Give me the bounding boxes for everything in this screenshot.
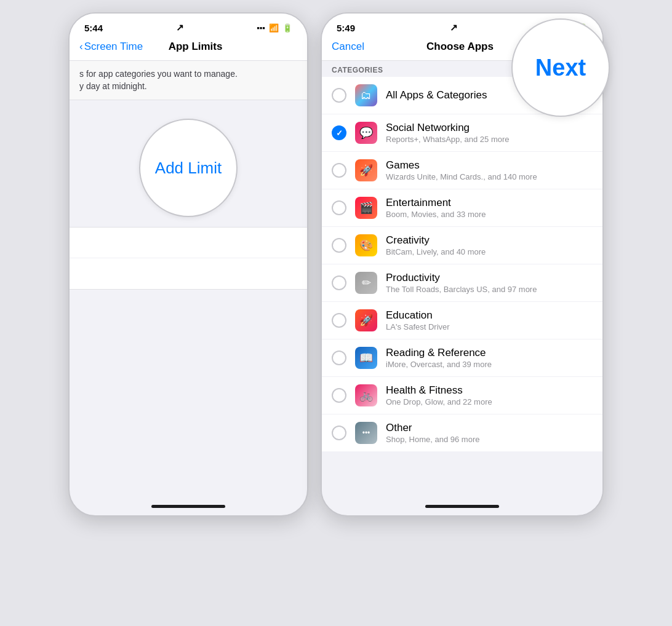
next-label: Next bbox=[535, 55, 586, 81]
wifi-icon: 📶 bbox=[269, 23, 279, 33]
info-banner: s for app categories you want to manage.… bbox=[70, 61, 307, 100]
name-productivity: Productivity bbox=[386, 272, 593, 284]
info-social: Social NetworkingReports+, WhatsApp, and… bbox=[386, 122, 593, 144]
radio-reading[interactable] bbox=[332, 351, 346, 365]
back-button[interactable]: ‹ Screen Time bbox=[79, 41, 143, 53]
subtitle-entertainment: Boom, Movies, and 33 more bbox=[386, 210, 593, 219]
icon-entertainment: 🎬 bbox=[355, 197, 377, 219]
subtitle-social: Reports+, WhatsApp, and 25 more bbox=[386, 135, 593, 144]
location-icon-right: ↗ bbox=[450, 22, 458, 33]
subtitle-reading: iMore, Overcast, and 39 more bbox=[386, 360, 593, 369]
info-other: OtherShop, Home, and 96 more bbox=[386, 422, 593, 444]
home-bar-left bbox=[151, 505, 225, 508]
radio-social[interactable] bbox=[332, 125, 346, 140]
name-reading: Reading & Reference bbox=[386, 347, 593, 359]
category-item-education[interactable]: 🚀EducationLA's Safest Driver bbox=[322, 302, 602, 339]
category-item-entertainment[interactable]: 🎬EntertainmentBoom, Movies, and 33 more bbox=[322, 189, 602, 227]
info-productivity: ProductivityThe Toll Roads, Barclays US,… bbox=[386, 272, 593, 294]
radio-all[interactable] bbox=[332, 88, 346, 103]
status-bar-left: 5:44 ↗ ▪▪▪ 📶 🔋 bbox=[70, 14, 307, 36]
banner-line1: s for app categories you want to manage. bbox=[79, 69, 238, 79]
subtitle-games: Wizards Unite, Mind Cards., and 140 more bbox=[386, 172, 593, 181]
info-education: EducationLA's Safest Driver bbox=[386, 309, 593, 331]
left-phone: 5:44 ↗ ▪▪▪ 📶 🔋 ‹ Screen Time App Limits … bbox=[68, 12, 308, 517]
cancel-button[interactable]: Cancel bbox=[332, 41, 364, 53]
radio-productivity[interactable] bbox=[332, 275, 346, 290]
category-item-reading[interactable]: 📖Reading & ReferenceiMore, Overcast, and… bbox=[322, 339, 602, 377]
category-item-social[interactable]: 💬Social NetworkingReports+, WhatsApp, an… bbox=[322, 114, 602, 152]
add-limit-label: Add Limit bbox=[155, 159, 222, 178]
battery-icon: 🔋 bbox=[282, 23, 292, 33]
category-item-other[interactable]: •••OtherShop, Home, and 96 more bbox=[322, 414, 602, 451]
nav-title-left: App Limits bbox=[169, 41, 223, 53]
radio-other[interactable] bbox=[332, 426, 346, 440]
subtitle-productivity: The Toll Roads, Barclays US, and 97 more bbox=[386, 285, 593, 294]
back-label: Screen Time bbox=[84, 41, 143, 53]
icon-creativity: 🎨 bbox=[355, 234, 377, 256]
app-limits-list bbox=[70, 227, 307, 290]
content-area-right: CATEGORIES 🗂All Apps & Categories💬Social… bbox=[322, 61, 602, 475]
home-bar-right bbox=[425, 505, 499, 508]
name-health: Health & Fitness bbox=[386, 384, 593, 397]
radio-creativity[interactable] bbox=[332, 238, 346, 253]
info-reading: Reading & ReferenceiMore, Overcast, and … bbox=[386, 347, 593, 369]
icon-education: 🚀 bbox=[355, 309, 377, 331]
chevron-left-icon: ‹ bbox=[79, 41, 83, 53]
banner-line2: y day at midnight. bbox=[79, 81, 147, 91]
home-indicator-left bbox=[70, 500, 307, 515]
right-phone-wrapper: Next 5:49 ↗ ▪▪▪ 📶 🔋 Cancel Choose Apps C… bbox=[321, 12, 604, 517]
icon-other: ••• bbox=[355, 422, 377, 444]
subtitle-creativity: BitCam, Lively, and 40 more bbox=[386, 247, 593, 256]
category-item-health[interactable]: 🚲Health & FitnessOne Drop, Glow, and 22 … bbox=[322, 377, 602, 414]
name-entertainment: Entertainment bbox=[386, 197, 593, 209]
category-list: 🗂All Apps & Categories💬Social Networking… bbox=[322, 77, 602, 451]
name-education: Education bbox=[386, 309, 593, 322]
name-creativity: Creativity bbox=[386, 234, 593, 247]
icon-all: 🗂 bbox=[355, 84, 377, 106]
list-item-1 bbox=[70, 228, 307, 258]
name-social: Social Networking bbox=[386, 122, 593, 134]
radio-games[interactable] bbox=[332, 163, 346, 178]
time-left: 5:44 bbox=[84, 23, 103, 33]
radio-entertainment[interactable] bbox=[332, 200, 346, 215]
home-indicator-right bbox=[322, 500, 602, 515]
name-games: Games bbox=[386, 159, 593, 172]
nav-bar-left: ‹ Screen Time App Limits bbox=[70, 36, 307, 61]
info-health: Health & FitnessOne Drop, Glow, and 22 m… bbox=[386, 384, 593, 406]
subtitle-other: Shop, Home, and 96 more bbox=[386, 435, 593, 444]
info-games: GamesWizards Unite, Mind Cards., and 140… bbox=[386, 159, 593, 181]
status-icons-left: ▪▪▪ 📶 🔋 bbox=[257, 23, 292, 33]
nav-title-right: Choose Apps bbox=[426, 41, 494, 53]
category-item-games[interactable]: 🚀GamesWizards Unite, Mind Cards., and 14… bbox=[322, 152, 602, 189]
radio-health[interactable] bbox=[332, 388, 346, 403]
time-right: 5:49 bbox=[337, 23, 355, 33]
signal-icon: ▪▪▪ bbox=[257, 23, 265, 33]
icon-social: 💬 bbox=[355, 122, 377, 144]
subtitle-health: One Drop, Glow, and 22 more bbox=[386, 397, 593, 406]
icon-productivity: ✏ bbox=[355, 272, 377, 294]
name-other: Other bbox=[386, 422, 593, 434]
add-limit-container: Add Limit bbox=[70, 100, 307, 227]
list-item-2 bbox=[70, 258, 307, 289]
bottom-spacer bbox=[322, 475, 602, 500]
icon-games: 🚀 bbox=[355, 159, 377, 181]
radio-education[interactable] bbox=[332, 313, 346, 328]
next-circle[interactable]: Next bbox=[511, 18, 610, 117]
icon-health: 🚲 bbox=[355, 384, 377, 406]
info-creativity: CreativityBitCam, Lively, and 40 more bbox=[386, 234, 593, 256]
add-limit-circle[interactable]: Add Limit bbox=[139, 119, 238, 217]
category-item-productivity[interactable]: ✏ProductivityThe Toll Roads, Barclays US… bbox=[322, 264, 602, 302]
category-item-creativity[interactable]: 🎨CreativityBitCam, Lively, and 40 more bbox=[322, 227, 602, 264]
icon-reading: 📖 bbox=[355, 347, 377, 369]
info-entertainment: EntertainmentBoom, Movies, and 33 more bbox=[386, 197, 593, 219]
subtitle-education: LA's Safest Driver bbox=[386, 322, 593, 331]
location-icon-left: ↗ bbox=[176, 22, 184, 33]
